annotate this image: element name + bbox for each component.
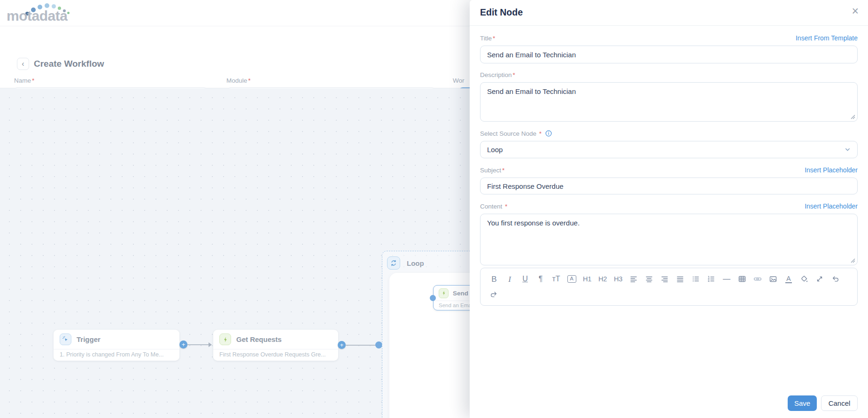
heading3-icon[interactable]: H3 (612, 273, 624, 285)
cancel-button[interactable]: Cancel (821, 395, 858, 411)
link-icon[interactable] (752, 273, 764, 285)
logo-dot (67, 12, 70, 14)
lightning-icon (219, 333, 231, 345)
chevron-down-icon (845, 147, 851, 153)
panel-footer: Save Cancel (788, 395, 858, 411)
underline-icon[interactable]: U (519, 273, 531, 285)
table-icon[interactable] (736, 273, 748, 285)
align-right-icon[interactable] (659, 273, 671, 285)
panel-title: Edit Node (480, 7, 523, 18)
expand-icon[interactable] (814, 273, 826, 285)
fill-color-icon[interactable] (798, 273, 810, 285)
heading2-icon[interactable]: H2 (597, 273, 609, 285)
back-button[interactable]: ‹ (17, 58, 29, 70)
connector-dot (430, 295, 436, 301)
motadata-logo: motadata (7, 2, 96, 25)
description-textarea[interactable]: Send an Email to Technician (480, 82, 858, 122)
node-subtitle: 1. Priority is changed From Any To Me... (54, 349, 179, 358)
insert-from-template-link[interactable]: Insert From Template (796, 34, 858, 42)
redo-icon[interactable] (488, 289, 500, 300)
get-requests-node[interactable]: Get Requests First Response Overdue Requ… (213, 330, 338, 361)
logo-text: motadata (7, 8, 67, 24)
undo-icon[interactable] (829, 273, 841, 285)
connector-line (187, 344, 209, 345)
trigger-click-icon (60, 333, 71, 345)
title-input[interactable] (480, 46, 858, 63)
add-node-button[interactable]: + (338, 341, 346, 349)
heading1-icon[interactable]: H1 (581, 273, 593, 285)
content-textarea[interactable]: You first response is overdue. (480, 214, 858, 265)
source-node-select[interactable]: Loop (480, 141, 858, 158)
paragraph-icon[interactable]: ¶ (535, 273, 547, 285)
save-button[interactable]: Save (788, 395, 817, 411)
align-center-icon[interactable] (643, 273, 655, 285)
connector-line (346, 345, 379, 346)
lightning-icon (439, 288, 449, 298)
source-node-value: Loop (487, 146, 503, 154)
align-left-icon[interactable] (628, 273, 640, 285)
source-node-label: Select Source Node * (480, 130, 552, 137)
italic-icon[interactable]: I (504, 273, 516, 285)
panel-header: Edit Node × (470, 0, 868, 26)
description-label: Description* (480, 71, 515, 78)
insert-placeholder-link[interactable]: Insert Placeholder (805, 166, 858, 174)
horizontal-rule-icon[interactable]: — (721, 273, 733, 285)
subject-input[interactable] (480, 178, 858, 194)
clipped-workflow-label: Wor (453, 77, 465, 84)
name-label: Name* (14, 77, 34, 84)
image-icon[interactable] (767, 273, 779, 285)
bold-icon[interactable]: B (488, 273, 500, 285)
node-title: Get Requests (236, 335, 282, 343)
subject-label: Subject* (480, 167, 504, 174)
connector-dot (375, 341, 382, 348)
text-box-icon[interactable]: A (566, 273, 578, 285)
module-label: Module* (226, 77, 251, 84)
close-icon[interactable]: × (852, 5, 859, 17)
trigger-node[interactable]: Trigger 1. Priority is changed From Any … (54, 330, 179, 361)
text-color-icon[interactable]: A (783, 273, 795, 285)
node-title: Loop (407, 259, 424, 267)
edit-node-panel: Edit Node × Title* Insert From Template … (470, 0, 868, 418)
connector-arrow-icon (209, 342, 212, 347)
logo-dot (45, 3, 49, 8)
add-node-button[interactable]: + (179, 341, 187, 348)
bullet-list-icon[interactable] (690, 273, 702, 285)
font-size-icon[interactable]: тT (550, 273, 562, 285)
node-subtitle: First Response Overdue Requests Gre... (213, 349, 338, 358)
page-title: Create Workflow (34, 59, 104, 69)
title-label: Title* (480, 35, 495, 42)
loop-icon (387, 256, 400, 270)
chevron-left-icon: ‹ (22, 60, 24, 68)
numbered-list-icon[interactable] (705, 273, 717, 285)
align-justify-icon[interactable] (674, 273, 686, 285)
content-label: Content * (480, 203, 507, 210)
node-title: Trigger (77, 335, 101, 343)
insert-placeholder-link[interactable]: Insert Placeholder (805, 202, 858, 210)
info-icon[interactable] (545, 130, 552, 137)
richtext-toolbar: BIU¶тTAH1H2H3—A (480, 268, 858, 306)
